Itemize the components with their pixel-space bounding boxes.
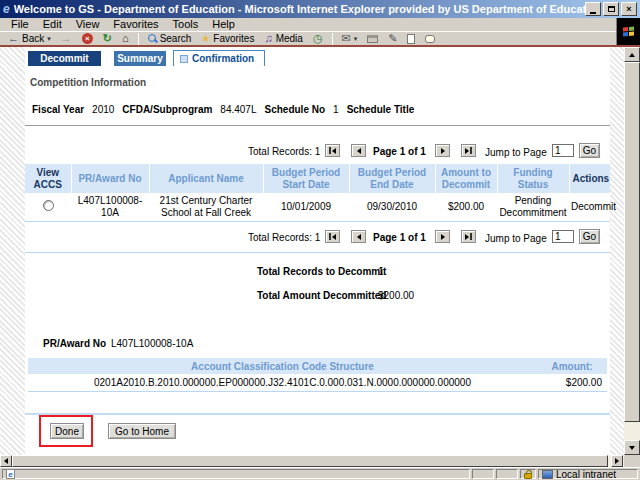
total-records-to-decommit-value: 1 [378,266,384,277]
vertical-scrollbar[interactable] [624,47,640,455]
first-page-button[interactable] [325,230,340,243]
cfda-label: CFDA/Subprogram [122,104,212,115]
jump-to-page-input[interactable] [552,144,574,157]
last-page-button[interactable] [461,144,476,157]
schedule-no-value: 1 [333,104,339,115]
go-button[interactable]: Go [579,229,600,244]
menu-help[interactable]: Help [205,18,242,31]
status-main-pane: e [2,469,470,479]
history-icon: ◷ [313,33,323,44]
header-amount[interactable]: Amount to Decommit [435,164,497,193]
favorites-button[interactable]: ★ Favorites [197,32,258,45]
total-amount-decommitted-value: $200.00 [378,290,414,301]
tab-summary[interactable]: Summary [114,51,166,66]
media-icon: ♫ [264,33,272,44]
last-page-button[interactable] [461,230,476,243]
refresh-icon: ↻ [103,33,112,44]
cell-applicant-name: 21st Century Charter School at Fall Cree… [149,193,263,222]
pr-award-label: PR/Award No [43,338,106,349]
accs-table: Account Classification Code Structure Am… [28,358,607,392]
jump-to-page-input[interactable] [552,230,574,243]
competition-info-row: Fiscal Year 2010 CFDA/Subprogram 84.407L… [32,104,414,115]
search-button[interactable]: Search [144,32,196,45]
tab-confirmation[interactable]: Confirmation [173,50,265,66]
previous-page-button[interactable] [351,230,366,243]
last-page-icon [465,234,469,240]
discuss-button[interactable] [421,32,439,45]
back-button[interactable]: ← Back ▾ [4,32,55,45]
vertical-scroll-thumb[interactable] [624,62,640,422]
jump-to-page-label: Jump to Page [485,147,547,158]
first-page-icon [332,234,336,240]
media-label: Media [276,33,303,44]
forward-button[interactable]: → [57,32,76,45]
view-accs-radio[interactable] [43,200,54,211]
menu-edit[interactable]: Edit [36,18,69,31]
scroll-right-button[interactable] [611,455,623,467]
page-icon [407,34,415,44]
back-icon: ← [8,33,19,44]
last-page-icon [465,148,469,154]
window-title: Welcome to GS - Department of Education … [14,3,585,15]
zone-label: Local intranet [556,469,616,480]
toolbar-separator [138,33,139,45]
titlebar: e Welcome to GS - Department of Educatio… [0,0,640,18]
menu-file[interactable]: File [4,18,36,31]
go-to-home-button[interactable]: Go to Home [108,423,176,439]
menu-tools[interactable]: Tools [166,18,206,31]
history-button[interactable]: ◷ [309,32,327,45]
zone-pane: Local intranet [538,469,638,479]
horizontal-scrollbar[interactable] [0,455,624,467]
edit-button[interactable]: ✎ [384,32,401,45]
scroll-up-icon [629,53,635,57]
total-records-to-decommit-label: Total Records to Decommit [257,266,386,277]
menu-view[interactable]: View [69,18,107,31]
pagination-top: Total Records: 1 Page 1 of 1 Jump to Pag… [25,142,610,160]
scroll-left-button[interactable] [0,455,12,467]
first-page-button[interactable] [325,144,340,157]
home-icon: ⌂ [122,33,129,44]
status-pane [472,469,494,479]
header-budget-start[interactable]: Budget Period Start Date [263,164,349,193]
search-icon [148,34,157,43]
next-page-button[interactable] [435,230,450,243]
media-button[interactable]: ♫ Media [260,32,307,45]
page-status-text: Page 1 of 1 [373,146,426,157]
cell-budget-end: 09/30/2010 [349,193,435,222]
fiscal-year-value: 2010 [92,104,114,115]
home-button[interactable]: ⌂ [118,32,133,45]
header-applicant-name[interactable]: Applicant Name [149,164,263,193]
scroll-up-button[interactable] [624,47,640,62]
cell-amount: $200.00 [435,193,497,222]
refresh-button[interactable]: ↻ [99,32,116,45]
tab-decommit-funds[interactable]: Decommit Funds [28,51,101,66]
header-pr-award-no[interactable]: PR/Award No [71,164,149,193]
security-pane [520,469,536,479]
decommit-action-link[interactable]: Decommit [569,193,610,222]
maximize-button[interactable] [603,2,619,16]
header-actions: Actions [569,164,610,193]
previous-page-button[interactable] [351,144,366,157]
print-button[interactable] [363,32,382,45]
fullscreen-button[interactable] [403,32,419,45]
mail-dropdown-icon: ▾ [354,35,358,43]
go-button[interactable]: Go [579,143,600,158]
document-icon: e [6,469,15,479]
total-amount-decommitted-row: Total Amount Decommitted $200.00 [25,290,610,304]
back-dropdown-icon: ▾ [47,35,51,43]
close-button[interactable]: × [621,2,637,16]
stop-button[interactable]: × [78,32,97,45]
scroll-left-icon [4,458,8,464]
horizontal-scroll-thumb[interactable] [12,455,608,467]
print-icon [367,35,378,43]
first-page-icon [332,148,336,154]
stop-icon: × [82,33,93,44]
minimize-button[interactable] [585,2,601,16]
header-funding-status[interactable]: Funding Status [497,164,569,193]
done-button[interactable]: Done [50,423,84,439]
next-page-button[interactable] [435,144,450,157]
header-budget-end[interactable]: Budget Period End Date [349,164,435,193]
menu-favorites[interactable]: Favorites [106,18,165,31]
scroll-down-button[interactable] [624,440,640,455]
mail-button[interactable]: ✉ ▾ [338,32,362,45]
